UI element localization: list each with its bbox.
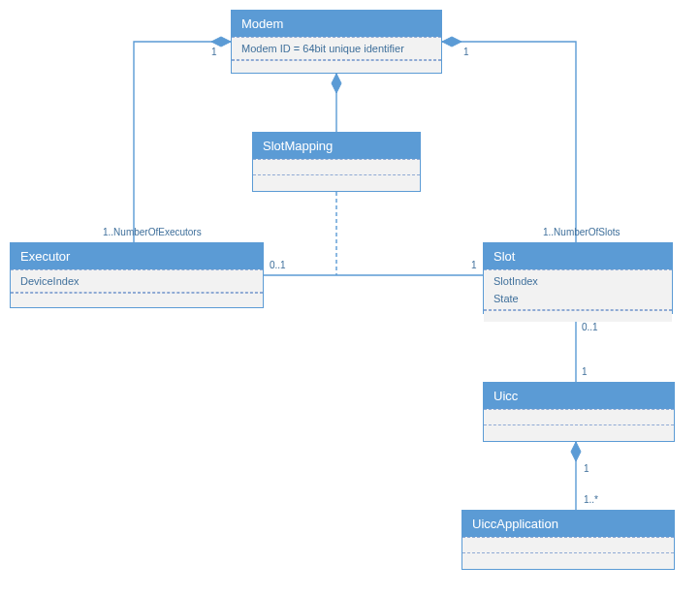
mult-executors: 1..NumberOfExecutors — [103, 227, 202, 237]
class-executor: Executor DeviceIndex — [10, 242, 264, 308]
class-slot-title: Slot — [484, 243, 672, 269]
class-slot-ops — [484, 310, 672, 322]
class-slotmapping: SlotMapping — [252, 132, 421, 192]
mult-slots: 1..NumberOfSlots — [543, 227, 620, 237]
class-slotmapping-attrs — [253, 159, 420, 174]
class-uicc-ops — [484, 424, 674, 436]
modem-executor-diamond — [211, 37, 231, 47]
uicc-uiccapp-diamond — [571, 442, 581, 461]
class-modem-ops — [232, 60, 441, 72]
class-slotmapping-title: SlotMapping — [253, 133, 420, 159]
mult-exec-slot-left: 0..1 — [270, 260, 286, 270]
class-slotmapping-ops — [253, 174, 420, 186]
class-uicc-title: Uicc — [484, 383, 674, 409]
mult-slot-uicc-top: 0..1 — [582, 322, 598, 332]
modem-slot-edge — [442, 42, 576, 242]
class-slot-attr2: State — [484, 292, 672, 310]
class-uicc-attrs — [484, 409, 674, 424]
modem-slot-diamond — [442, 37, 461, 47]
mult-modem-left: 1 — [211, 47, 217, 57]
mult-exec-slot-right: 1 — [471, 260, 477, 270]
class-executor-title: Executor — [11, 243, 263, 269]
uml-diagram: Modem Modem ID = 64bit unique identifier… — [0, 0, 700, 597]
class-slot-attr1: SlotIndex — [484, 269, 672, 292]
mult-uicc-app-top: 1 — [584, 463, 589, 474]
modem-slotmapping-diamond — [332, 74, 341, 93]
class-modem: Modem Modem ID = 64bit unique identifier — [231, 10, 442, 74]
mult-slot-uicc-bottom: 1 — [582, 366, 588, 377]
class-executor-attr: DeviceIndex — [11, 269, 263, 293]
modem-executor-edge — [134, 42, 231, 242]
class-modem-attr: Modem ID = 64bit unique identifier — [232, 37, 441, 60]
class-slot: Slot SlotIndex State — [483, 242, 673, 314]
class-uicc: Uicc — [483, 382, 675, 442]
class-uiccapplication: UiccApplication — [461, 510, 675, 570]
mult-uicc-app-bottom: 1..* — [584, 494, 598, 505]
class-modem-title: Modem — [232, 11, 441, 37]
class-uiccapp-attrs — [462, 537, 674, 552]
class-uiccapp-title: UiccApplication — [462, 511, 674, 537]
class-executor-ops — [11, 293, 263, 304]
class-uiccapp-ops — [462, 552, 674, 564]
mult-modem-right: 1 — [463, 47, 469, 57]
